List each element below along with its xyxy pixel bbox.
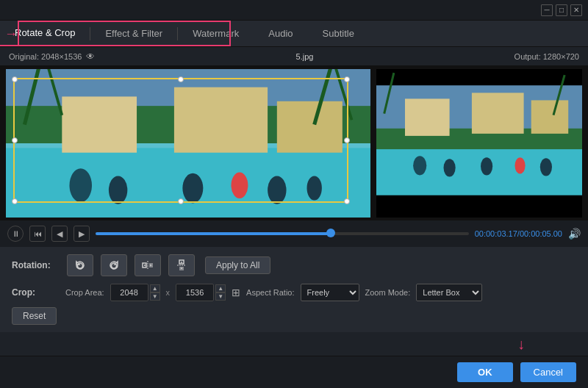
step-fwd-button[interactable]: ▶	[74, 226, 90, 242]
tab-effect-filter[interactable]: Effect & Filter	[90, 21, 177, 46]
bottom-bar: OK Cancel	[0, 356, 588, 388]
time-display: 00:00:03.17/00:00:05.00	[475, 229, 562, 238]
cancel-button[interactable]: Cancel	[520, 362, 576, 382]
step-back-button[interactable]: ◀	[51, 226, 68, 242]
play-pause-button[interactable]: ⏸	[7, 226, 24, 242]
rotate-ccw-icon	[74, 259, 86, 271]
video-area	[0, 66, 588, 220]
crop-height-wrap: ▲ ▼	[176, 284, 226, 301]
info-bar: Original: 2048×1536 👁 5.jpg Output: 1280…	[0, 47, 588, 66]
crop-width-spinners: ▲ ▼	[150, 284, 160, 301]
progress-fill	[96, 232, 331, 235]
svg-rect-29	[472, 93, 524, 134]
rotation-label: Rotation:	[12, 260, 60, 270]
svg-rect-18	[376, 69, 582, 85]
aspect-label: Aspect Ratio:	[246, 288, 294, 297]
crop-row: Crop: Crop Area: ▲ ▼ x ▲ ▼ ⊞ Aspect Rati…	[12, 284, 576, 301]
rotate-cw-icon	[108, 259, 120, 271]
output-size: Output: 1280×720	[514, 52, 579, 61]
svg-point-5	[182, 173, 203, 204]
svg-rect-22	[376, 149, 582, 195]
video-left-svg	[6, 69, 370, 218]
ok-button[interactable]: OK	[457, 362, 513, 382]
zoom-mode-select[interactable]: Letter Box Pan & Scan Full	[416, 284, 482, 301]
rotate-ccw-button[interactable]	[67, 254, 93, 276]
svg-rect-11	[174, 87, 268, 153]
crop-height-input[interactable]	[176, 284, 214, 301]
svg-point-6	[232, 172, 248, 198]
rewind-button[interactable]: ⏮	[29, 226, 46, 242]
timeline-row: ⏸ ⏮ ◀ ▶ 00:00:03.17/00:00:05.00 🔊	[0, 220, 588, 247]
title-bar: ─ □ ✕	[0, 0, 588, 21]
svg-point-25	[481, 157, 492, 175]
crop-sep: x	[166, 288, 171, 297]
svg-rect-28	[405, 98, 450, 136]
video-preview-left[interactable]	[6, 69, 370, 218]
svg-point-3	[69, 168, 92, 202]
reset-button[interactable]: Reset	[12, 307, 57, 325]
link-dimensions-icon[interactable]: ⊞	[232, 287, 240, 298]
maximize-button[interactable]: □	[556, 4, 567, 16]
flip-h-button[interactable]	[135, 254, 161, 276]
filename-label: 5.jpg	[95, 52, 514, 61]
crop-height-down[interactable]: ▼	[215, 292, 226, 301]
zoom-label: Zoom Mode:	[365, 288, 411, 297]
apply-to-all-button[interactable]: Apply to All	[205, 256, 270, 274]
ok-arrow-indicator: ↓	[517, 336, 525, 353]
crop-height-spinners: ▲ ▼	[215, 284, 226, 301]
svg-point-23	[413, 156, 426, 175]
aspect-ratio-select[interactable]: Freely 16:9 4:3 1:1	[301, 284, 359, 301]
crop-width-wrap: ▲ ▼	[110, 284, 160, 301]
tab-watermark[interactable]: Watermark	[178, 21, 254, 46]
controls-area: Rotation:	[0, 247, 588, 332]
tab-subtitle[interactable]: Subtitle	[308, 21, 369, 46]
rotate-cw-button[interactable]	[101, 254, 127, 276]
svg-point-4	[109, 176, 127, 204]
crop-label: Crop:	[12, 287, 60, 298]
minimize-button[interactable]: ─	[541, 4, 553, 16]
svg-point-26	[514, 157, 525, 173]
svg-point-8	[307, 176, 322, 201]
flip-v-button[interactable]	[168, 254, 195, 276]
crop-width-down[interactable]: ▼	[150, 292, 160, 301]
svg-point-7	[268, 176, 286, 204]
rotation-row: Rotation:	[12, 254, 576, 276]
crop-area-label: Crop Area:	[65, 288, 104, 297]
crop-width-up[interactable]: ▲	[150, 284, 160, 292]
crop-height-up[interactable]: ▲	[215, 284, 226, 292]
svg-point-27	[540, 158, 552, 176]
progress-track[interactable]	[96, 232, 469, 235]
eye-icon[interactable]: 👁	[86, 51, 95, 62]
tabs-row: → Rotate & Crop Effect & Filter Watermar…	[0, 21, 588, 47]
flip-v-icon	[176, 259, 187, 271]
svg-rect-12	[277, 101, 343, 153]
svg-rect-10	[62, 96, 137, 152]
progress-thumb[interactable]	[326, 229, 335, 237]
crop-width-input[interactable]	[110, 284, 148, 301]
flip-h-icon	[142, 259, 154, 271]
svg-rect-30	[531, 100, 569, 133]
original-size: Original: 2048×1536	[9, 52, 82, 61]
close-button[interactable]: ✕	[570, 4, 582, 16]
tab-audio[interactable]: Audio	[254, 21, 307, 46]
video-right-svg	[376, 69, 582, 218]
svg-rect-19	[376, 194, 582, 218]
svg-point-24	[444, 159, 456, 176]
volume-icon[interactable]: 🔊	[568, 228, 581, 240]
video-preview-right	[376, 69, 582, 218]
tab-rotate-crop[interactable]: Rotate & Crop	[0, 21, 90, 46]
